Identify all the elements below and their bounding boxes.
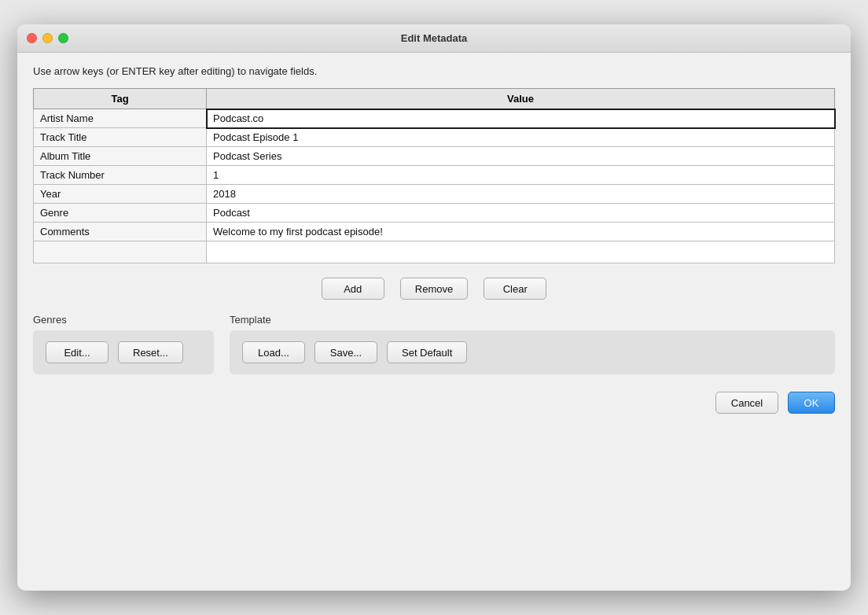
template-set-default-button[interactable]: Set Default [387, 341, 467, 363]
empty-row [34, 241, 835, 263]
main-content: Use arrow keys (or ENTER key after editi… [17, 53, 851, 591]
value-cell[interactable]: 2018 [207, 185, 835, 204]
footer-buttons: Cancel OK [33, 392, 835, 414]
value-cell[interactable]: Welcome to my first podcast episode! [207, 223, 835, 241]
add-button[interactable]: Add [322, 278, 384, 300]
tag-cell: Genre [34, 204, 207, 223]
value-cell[interactable]: Podcast Episode 1 [207, 128, 835, 147]
genres-reset-button[interactable]: Reset... [118, 341, 183, 363]
table-row[interactable]: Artist NamePodcast.co [34, 109, 835, 128]
action-buttons: Add Remove Clear [33, 274, 835, 303]
template-label: Template [230, 314, 835, 326]
tag-cell: Album Title [34, 147, 207, 166]
edit-metadata-window: Edit Metadata Use arrow keys (or ENTER k… [17, 24, 851, 591]
tag-cell: Track Title [34, 128, 207, 147]
genres-section: Genres Edit... Reset... [33, 314, 214, 374]
empty-value-cell [207, 241, 835, 263]
value-cell[interactable]: 1 [207, 166, 835, 185]
cancel-button[interactable]: Cancel [715, 392, 778, 414]
minimize-button[interactable] [42, 33, 53, 43]
traffic-lights [27, 33, 68, 43]
genres-edit-button[interactable]: Edit... [46, 341, 108, 363]
tag-cell: Track Number [34, 166, 207, 185]
ok-button[interactable]: OK [788, 392, 835, 414]
table-row[interactable]: Track TitlePodcast Episode 1 [34, 128, 835, 147]
window-title: Edit Metadata [401, 32, 468, 44]
genres-box: Edit... Reset... [33, 330, 214, 374]
tag-cell: Artist Name [34, 109, 207, 128]
table-row[interactable]: CommentsWelcome to my first podcast epis… [34, 223, 835, 241]
tag-cell: Comments [34, 223, 207, 241]
value-cell[interactable]: Podcast Series [207, 147, 835, 166]
table-row[interactable]: Year2018 [34, 185, 835, 204]
table-row[interactable]: GenrePodcast [34, 204, 835, 223]
table-row[interactable]: Track Number1 [34, 166, 835, 185]
template-section: Template Load... Save... Set Default [230, 314, 835, 374]
bottom-section: Genres Edit... Reset... Template Load...… [33, 314, 835, 374]
value-column-header: Value [207, 89, 835, 109]
instruction-text: Use arrow keys (or ENTER key after editi… [33, 65, 835, 77]
table-header-row: Tag Value [34, 89, 835, 109]
title-bar: Edit Metadata [17, 24, 851, 53]
clear-button[interactable]: Clear [484, 278, 546, 300]
value-cell[interactable]: Podcast [207, 204, 835, 223]
close-button[interactable] [27, 33, 37, 43]
tag-column-header: Tag [34, 89, 207, 109]
template-load-button[interactable]: Load... [242, 341, 305, 363]
maximize-button[interactable] [58, 33, 68, 43]
tag-cell: Year [34, 185, 207, 204]
empty-tag-cell [34, 241, 207, 263]
template-box: Load... Save... Set Default [230, 330, 835, 374]
metadata-table: Tag Value Artist NamePodcast.coTrack Tit… [33, 88, 835, 263]
value-cell[interactable]: Podcast.co [207, 109, 835, 128]
table-row[interactable]: Album TitlePodcast Series [34, 147, 835, 166]
remove-button[interactable]: Remove [400, 278, 468, 300]
template-save-button[interactable]: Save... [314, 341, 377, 363]
genres-label: Genres [33, 314, 214, 326]
